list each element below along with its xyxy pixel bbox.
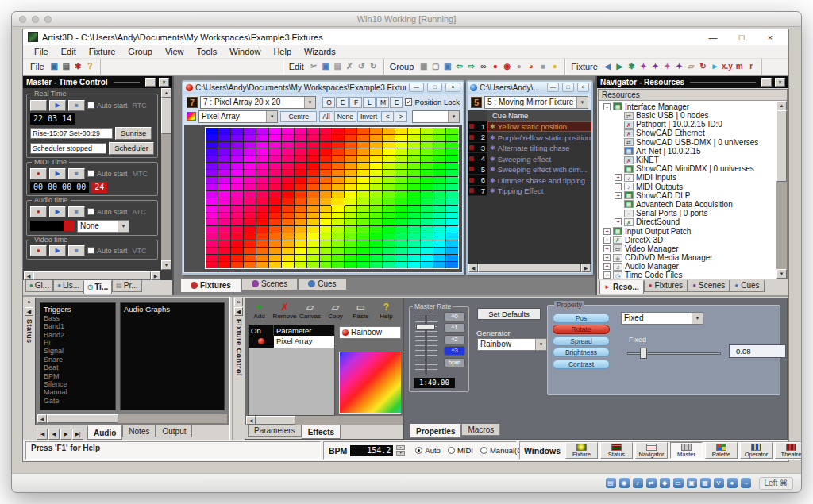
pixel-cell[interactable] (421, 135, 433, 141)
pixel-cell[interactable] (282, 170, 294, 176)
pixel-cell[interactable] (307, 170, 319, 176)
pixel-cell[interactable] (231, 142, 243, 148)
pixel-cell[interactable] (345, 156, 356, 162)
pixel-cell[interactable] (395, 198, 407, 205)
pixel-cell[interactable] (433, 262, 445, 268)
pixel-cell[interactable] (408, 233, 420, 240)
pixel-cell[interactable] (332, 213, 344, 219)
bpm-stepper[interactable]: ▲ ▼ (396, 445, 405, 456)
cut-icon[interactable]: ✂ (309, 60, 319, 73)
tree-item[interactable]: + ▦ Input Output Patch (601, 226, 775, 235)
pixel-cell[interactable] (320, 148, 332, 155)
pixel-cell[interactable] (269, 248, 281, 254)
pixel-cell[interactable] (446, 170, 458, 176)
windows-stack-icon[interactable]: ▦ (700, 478, 711, 488)
pixel-cell[interactable] (433, 163, 445, 169)
child-minimize-button[interactable]: — (547, 83, 559, 92)
pixel-cell[interactable] (320, 240, 332, 247)
pixel-cell[interactable] (408, 184, 420, 190)
video-record-button[interactable]: ● (30, 245, 47, 256)
tree-expander[interactable]: + (615, 174, 622, 181)
pixel-cell[interactable] (421, 156, 433, 162)
fixture-window-button[interactable]: Fixture (565, 442, 598, 459)
pixel-cell[interactable] (218, 163, 230, 169)
resources-column-header[interactable]: Resources (599, 90, 787, 101)
pixel-cell[interactable] (345, 170, 356, 176)
tree-item[interactable]: ▦ Art-Net | 10.0.2.15 (601, 147, 775, 156)
pixel-cell[interactable] (383, 170, 395, 176)
pixel-cell[interactable] (307, 191, 319, 198)
tree-expander[interactable]: + (603, 245, 611, 252)
pixel-cell[interactable] (345, 184, 356, 190)
pixel-cell[interactable] (383, 177, 395, 183)
pixel-cell[interactable] (206, 219, 218, 225)
pixel-cell[interactable] (395, 213, 407, 219)
pixel-cell[interactable] (395, 248, 407, 254)
pixel-cell[interactable] (446, 177, 458, 183)
tree-item[interactable]: ~ Serial Ports | 0 ports (601, 209, 775, 217)
fixture-select[interactable]: 7 : Pixel Array 20 x 20▼ (200, 96, 316, 109)
rate-multiplier-button[interactable]: ^2 (444, 335, 465, 344)
pixel-cell[interactable] (332, 177, 344, 183)
pixel-cell[interactable] (345, 198, 356, 205)
pixel-cell[interactable] (395, 177, 407, 183)
pixel-cell[interactable] (282, 191, 294, 198)
pixel-cell[interactable] (218, 177, 230, 183)
pixel-cell[interactable] (421, 240, 433, 247)
blackout-icon[interactable]: ■ (538, 60, 548, 73)
navigator-tab[interactable]: ► Reso... (599, 280, 644, 294)
pixel-cell[interactable] (256, 255, 268, 261)
pixel-cell[interactable] (433, 177, 445, 183)
pixel-cell[interactable] (395, 226, 407, 233)
pixel-cell[interactable] (206, 135, 218, 141)
time-panel-vscrollbar[interactable]: ▲ ▼ (161, 88, 171, 270)
pixel-cell[interactable] (256, 226, 268, 233)
pixel-cell[interactable] (446, 184, 458, 190)
rate-multiplier-button[interactable]: ^1 (444, 323, 465, 333)
property-button[interactable]: Spread (553, 337, 610, 346)
pixel-cell[interactable] (383, 262, 395, 268)
mode-button[interactable]: L (363, 97, 376, 108)
pixel-cell[interactable] (357, 233, 369, 240)
pixel-cell[interactable] (206, 142, 218, 148)
hdd-icon[interactable]: ▤ (606, 478, 616, 488)
cascade-icon[interactable]: ▦ (418, 60, 429, 73)
pixel-cell[interactable] (295, 248, 306, 254)
tree-item[interactable]: ▦ ShowCAD MiniDMX | 0 universes (601, 164, 775, 173)
pixel-cell[interactable] (244, 198, 256, 205)
parameter-row[interactable]: Pixel Array (249, 336, 334, 348)
dropdown-arrow-icon[interactable]: ▼ (304, 97, 315, 108)
pixel-cell[interactable] (307, 233, 319, 240)
set-defaults-button[interactable]: Set Defaults (477, 308, 541, 320)
pixel-cell[interactable] (282, 184, 294, 190)
pixel-cell[interactable] (446, 240, 458, 247)
tree-item[interactable]: + ♪ MIDI Outputs (601, 182, 775, 190)
tree-expander[interactable]: + (615, 218, 622, 225)
pixel-cell[interactable] (408, 262, 420, 268)
pixel-cell[interactable] (206, 191, 218, 198)
pixel-cell[interactable] (370, 148, 382, 155)
mode-button[interactable]: F (349, 97, 362, 108)
print-icon[interactable]: ▤ (61, 60, 71, 73)
pixel-cell[interactable] (231, 213, 243, 219)
menu-item[interactable]: Wizards (298, 47, 342, 56)
mdi-tab[interactable]: Cues (298, 279, 346, 290)
scroll-down-icon[interactable]: ▼ (776, 269, 787, 279)
pixel-cell[interactable] (383, 255, 395, 261)
pixel-cell[interactable] (446, 148, 458, 155)
pixel-cell[interactable] (256, 156, 268, 162)
pixel-cell[interactable] (357, 163, 369, 169)
pixel-cell[interactable] (433, 219, 445, 225)
pixel-cell[interactable] (282, 128, 294, 134)
pixel-cell[interactable] (332, 148, 344, 155)
pixel-cell[interactable] (357, 262, 369, 268)
pixel-cell[interactable] (446, 248, 458, 254)
pixel-cell[interactable] (345, 191, 356, 198)
pixel-cell[interactable] (244, 184, 256, 190)
r-icon[interactable]: r (746, 60, 757, 73)
pixel-cell[interactable] (282, 156, 294, 162)
pixel-cell[interactable] (256, 240, 268, 247)
pixel-cell[interactable] (307, 226, 319, 233)
pixel-cell[interactable] (383, 128, 395, 134)
pixel-cell[interactable] (345, 206, 356, 212)
